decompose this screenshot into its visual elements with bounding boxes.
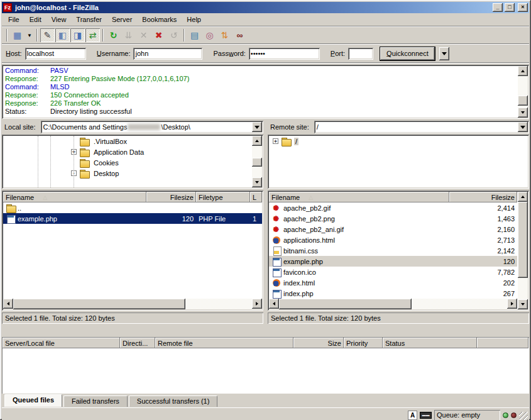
host-input[interactable] <box>25 48 86 60</box>
file-row-example-php[interactable]: example.php 120 PHP File 1 <box>3 213 262 224</box>
maximize-button[interactable]: □ <box>505 3 515 12</box>
scroll-right-button[interactable] <box>252 299 262 309</box>
quickconnect-dropdown-button[interactable] <box>439 47 449 60</box>
menu-edit[interactable]: Edit <box>25 14 47 25</box>
toggle-local-tree-button[interactable]: ◧ <box>55 28 70 42</box>
remote-list-hscrollbar[interactable] <box>269 299 517 309</box>
remote-list-scrollbar[interactable] <box>518 192 528 309</box>
scroll-left-button[interactable] <box>3 299 13 309</box>
column-header-size[interactable]: Size <box>293 338 344 348</box>
compare-directories-button[interactable]: ◎ <box>202 28 217 42</box>
window-title: john@localhost - FileZilla <box>14 4 491 11</box>
column-header-server-local-file[interactable]: Server/Local file <box>3 338 120 348</box>
close-button[interactable]: × <box>518 3 528 12</box>
scroll-up-button[interactable] <box>518 192 528 202</box>
log-label: Status: <box>5 108 50 116</box>
scroll-thumb[interactable] <box>252 158 262 167</box>
quickconnect-button[interactable]: Q̲uickconnect <box>380 47 435 60</box>
menu-transfer[interactable]: Transfer <box>71 14 107 25</box>
local-combo-dropdown-button[interactable] <box>252 122 262 132</box>
file-row[interactable]: apache_pb2.png 1,463 <box>269 213 517 224</box>
scroll-left-button[interactable] <box>269 299 279 309</box>
column-header-filename[interactable]: Filename △ <box>3 192 146 202</box>
menu-help[interactable]: Help <box>182 14 206 25</box>
filter-button[interactable]: ▤ <box>187 28 202 42</box>
tab-failed-transfers[interactable]: Failed transfers <box>63 395 128 407</box>
column-header-direction[interactable]: Directi... <box>120 338 155 348</box>
scroll-thumb[interactable] <box>518 202 528 278</box>
scroll-down-button[interactable] <box>252 177 262 187</box>
expand-plus-icon[interactable]: + <box>273 138 278 144</box>
minimize-button[interactable]: _ <box>493 3 503 12</box>
menu-server[interactable]: Server <box>107 14 137 25</box>
toggle-log-button[interactable]: ✎ <box>40 28 55 42</box>
file-row[interactable]: apache_pb2_ani.gif 2,160 <box>269 224 517 235</box>
cancel-button: ✕ <box>136 28 151 42</box>
tab-queued-files[interactable]: Queued files <box>4 394 62 407</box>
scroll-up-button[interactable] <box>252 136 262 146</box>
file-row[interactable]: index.php 267 <box>269 288 517 299</box>
scroll-track[interactable] <box>279 299 507 309</box>
log-scrollbar[interactable] <box>518 66 528 118</box>
scroll-right-button[interactable] <box>507 299 517 309</box>
column-header-filesize[interactable]: Filesize <box>449 192 517 202</box>
refresh-button[interactable]: ↻ <box>106 28 121 42</box>
pane-splitter[interactable] <box>263 121 268 334</box>
file-row-selected[interactable]: example.php 120 <box>269 256 517 267</box>
menu-bookmarks[interactable]: Bookmarks <box>137 14 182 25</box>
tree-item-root[interactable]: + / <box>269 136 517 146</box>
scroll-thumb[interactable] <box>518 96 528 106</box>
scroll-thumb[interactable] <box>279 299 412 309</box>
column-header-filetype[interactable]: Filetype <box>196 192 250 202</box>
scroll-track[interactable] <box>518 76 528 108</box>
file-row[interactable]: index.html 202 <box>269 277 517 288</box>
file-name: apache_pb2.gif <box>283 204 331 212</box>
password-input[interactable] <box>249 48 320 60</box>
scroll-track[interactable] <box>252 146 262 177</box>
scroll-down-button[interactable] <box>518 299 528 309</box>
find-files-button[interactable]: ∞ <box>233 28 247 42</box>
column-header-lastmodified[interactable]: L <box>250 192 262 202</box>
site-manager-button[interactable]: ▦ <box>10 28 25 42</box>
scroll-down-button[interactable] <box>518 108 528 118</box>
scroll-track[interactable] <box>518 202 528 299</box>
local-list-hscrollbar[interactable] <box>3 299 262 309</box>
scroll-up-button[interactable] <box>518 66 528 76</box>
column-header-status[interactable]: Status <box>383 338 477 348</box>
status-bar: A ▬▬ Queue: empty <box>2 407 529 420</box>
file-row[interactable]: bitnami.css 2,142 <box>269 245 517 256</box>
tree-item-desktop[interactable]: - Desktop <box>3 168 251 179</box>
synchronized-browsing-button[interactable]: ⇅ <box>217 28 232 42</box>
remote-site-combobox[interactable]: / <box>314 121 529 133</box>
html-file-icon <box>271 236 282 245</box>
file-row[interactable]: apache_pb2.gif 2,414 <box>269 202 517 213</box>
column-header-priority[interactable]: Priority <box>344 338 383 348</box>
remote-combo-dropdown-button[interactable] <box>518 122 528 132</box>
toggle-queue-button[interactable]: ⇄ <box>85 28 100 42</box>
tree-item-virtualbox[interactable]: .VirtualBox <box>3 136 251 146</box>
local-tree-scrollbar[interactable] <box>252 136 262 187</box>
tree-item-cookies[interactable]: Cookies <box>3 157 251 168</box>
local-site-combobox[interactable]: C:\Documents and Settings\Desktop\ <box>41 121 263 133</box>
toggle-remote-tree-button[interactable]: ◨ <box>70 28 85 42</box>
disconnect-button[interactable]: ✖ <box>151 28 166 42</box>
local-site-row: Local site: C:\Documents and Settings\De… <box>2 121 263 133</box>
remote-site-label: Remote site: <box>268 123 312 131</box>
resize-grip[interactable] <box>519 412 528 420</box>
scroll-thumb[interactable] <box>13 299 185 309</box>
menu-file[interactable]: File <box>3 14 25 25</box>
site-manager-dropdown-button[interactable]: ▼ <box>25 28 34 42</box>
tab-successful-transfers[interactable]: Successful transfers (1) <box>129 395 218 407</box>
file-row[interactable]: favicon.ico 7,782 <box>269 267 517 277</box>
column-header-remote-file[interactable]: Remote file <box>155 338 293 348</box>
column-header-filename[interactable]: Filename △ <box>269 192 449 202</box>
port-input[interactable] <box>348 48 373 60</box>
file-row-parent-dir[interactable]: .. <box>3 202 262 213</box>
menu-view[interactable]: View <box>47 14 72 25</box>
scroll-track[interactable] <box>13 299 252 309</box>
column-header-filesize[interactable]: Filesize <box>146 192 196 202</box>
file-row[interactable]: applications.html 2,713 <box>269 235 517 245</box>
separator-line <box>2 62 529 64</box>
tree-item-application-data[interactable]: + Application Data <box>3 146 251 157</box>
username-input[interactable] <box>133 48 202 60</box>
